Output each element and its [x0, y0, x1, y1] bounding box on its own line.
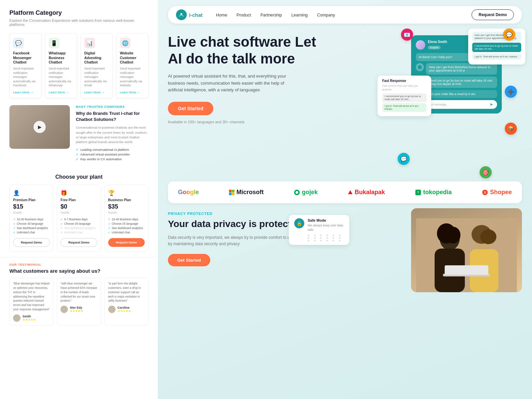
logo-icon [176, 9, 187, 20]
free-icon: 🎁 [60, 190, 97, 196]
platform-card-2[interactable]: 📱 Whatsapp Business Chatbot Send importa… [45, 33, 77, 98]
platform-card-1[interactable]: 💬 Facebook Messenger Chatbot Send import… [9, 33, 42, 98]
free-name: Free Plan [60, 198, 97, 202]
svg-text:T: T [417, 191, 419, 194]
hero-section: Live chat software Let AI do the talk mo… [168, 34, 336, 124]
hero-get-started-btn[interactable]: Get Started [168, 102, 213, 115]
pf-2-4: ✕Unlimited chat [60, 231, 97, 234]
channel-icon-1: 📧 [401, 29, 413, 41]
privacy-label: PRIVACY PROTECTED [168, 212, 302, 216]
right-panel: i-chat Home Product Partnership Learning… [158, 0, 532, 399]
card-4-learn[interactable]: Learn More → [120, 90, 145, 94]
free-price: $0 [60, 203, 97, 210]
platform-section: Platform Category Explore the Conversati… [0, 0, 158, 105]
privacy-get-started-btn[interactable]: Get Started [168, 254, 210, 266]
test-author-1: Smith ★★★★★ [13, 314, 50, 322]
fr-chat-bubbles: I recommend you to go by low or route wi… [382, 93, 427, 112]
trusted-label: MANY TRUSTED COMPANIES [76, 105, 148, 108]
fr-bubble-2: I got it, That will arrive at 9 am, than… [382, 103, 427, 112]
chat-avatar [416, 40, 425, 50]
nav-learning[interactable]: Learning [291, 12, 308, 18]
premium-icon: 👤 [13, 190, 50, 196]
shopee-logo: S Shopee [482, 189, 512, 196]
website-icon: 🌐 [120, 38, 131, 48]
card-3-desc: Send important notification messages aut… [84, 66, 109, 88]
svg-rect-4 [232, 192, 234, 195]
svg-rect-3 [229, 192, 232, 195]
channel-icon-4: 📦 [505, 123, 517, 135]
chat-bubble-2: How can i get from Berkshire horne datas… [426, 63, 497, 75]
fr-bubble-1: I recommend you to go by low or route wi… [382, 93, 427, 102]
google-logo: Google [178, 189, 199, 196]
play-button[interactable]: ▶ [34, 121, 46, 133]
business-icon: 🏆 [108, 190, 145, 196]
digital-icon: 📊 [84, 38, 95, 48]
svg-text:S: S [484, 191, 486, 194]
platform-title: Platform Category [9, 9, 148, 16]
trust-desc: Conversational AI-powered chatbots are t… [76, 125, 148, 144]
test-text-2: "with blue messenger we have achieved 52… [60, 281, 97, 303]
testimonial-cards: "Blue Messenger has helped us optimise y… [9, 278, 148, 325]
privacy-desc: Data security is very important, we alwa… [168, 234, 302, 247]
send-icon[interactable]: ➤ [490, 102, 493, 107]
platform-cards: 💬 Facebook Messenger Chatbot Send import… [9, 33, 148, 98]
test-avatar-1 [13, 314, 20, 322]
nav-partnership[interactable]: Partnership [260, 12, 282, 18]
brands-strip: Google Microsoft gojek Bukalapak T tokop… [168, 181, 522, 203]
free-period: /month [60, 211, 97, 214]
svg-point-0 [180, 13, 182, 15]
bukalapak-logo: Bukalapak [348, 189, 385, 196]
card-2-learn[interactable]: Learn More → [49, 90, 74, 94]
pricing-title: Choose your plant [9, 174, 148, 180]
platform-card-4[interactable]: 🌐 Website Customer Chatbot Send importan… [116, 33, 148, 98]
test-name-3: Caroline [118, 306, 131, 309]
pf-2-2: ✓Choose 30 language [60, 222, 97, 225]
platform-subtitle: Explore the Conversation Experience with… [9, 18, 148, 27]
price-card-free: 🎁 Free Plan $0 /month ✓5-7 Business days… [57, 185, 101, 252]
nav-home[interactable]: Home [216, 12, 227, 18]
gojek-logo: gojek [294, 189, 318, 196]
logo-text: i-chat [189, 12, 203, 18]
nav-company[interactable]: Company [317, 12, 335, 18]
card-3-learn[interactable]: Learn More → [84, 90, 109, 94]
pf-1-4: ✓Unlimited chat [13, 231, 50, 234]
trust-image: ▶ [9, 105, 70, 149]
free-request-btn[interactable]: Request Demo [60, 238, 97, 247]
trust-title: Why do Brands Trust i-chat for Chatbot S… [76, 110, 148, 123]
business-request-btn[interactable]: Request Demo [108, 238, 145, 247]
channel-icon-2: 💬 [503, 29, 515, 41]
chat-mockup-area: Elena Smith English ⋮ Hi there! Can I he… [391, 25, 519, 183]
mini-chat-card: How can i get from Berkshire home datase… [468, 29, 525, 64]
business-period: /month [108, 211, 145, 214]
premium-request-btn[interactable]: Request Demo [13, 238, 50, 247]
chat-header-info: Elena Smith English [428, 40, 447, 50]
safe-mode-title: Safe Mode [308, 218, 344, 222]
privacy-img-bg [411, 208, 522, 292]
pf-1-1: ✓10-30 Business days [13, 218, 50, 221]
card-2-title: Whatsapp Business Chatbot [49, 51, 74, 65]
privacy-image [411, 208, 522, 292]
hero-available-text: Available in 100+ languages and 30+ chan… [168, 120, 336, 124]
test-name-2: Nier Edy [70, 306, 83, 309]
hero-title: Live chat software Let AI do the talk mo… [168, 34, 336, 68]
nav-product[interactable]: Product [236, 12, 251, 18]
test-text-1: "Blue Messenger has helped us optimise y… [13, 281, 50, 311]
platform-card-3[interactable]: 📊 Digital Advesting Chatbot Send importa… [81, 33, 113, 98]
card-1-learn[interactable]: Learn More → [13, 90, 38, 94]
privacy-section: PRIVACY PROTECTED Your data privacy is p… [168, 212, 302, 266]
fast-response-card: Fast Response Fast service that can help… [378, 76, 431, 116]
test-card-2: "with blue messenger we have achieved 52… [57, 278, 101, 325]
safe-mode-desc: We always keep user data safe [308, 223, 344, 232]
microsoft-logo: Microsoft [229, 189, 264, 196]
check-icon-1: ✓ [76, 148, 79, 151]
trust-content: MANY TRUSTED COMPANIES Why do Brands Tru… [70, 105, 148, 162]
safe-mode-card: 🔒 Safe Mode We always keep user data saf… [289, 215, 349, 245]
card-1-title: Facebook Messenger Chatbot [13, 51, 38, 65]
testimonial-section: OUR TESTIMONIAL What customers are sayin… [0, 257, 158, 330]
pf-1-3: ✓See dashboard analytics [13, 226, 50, 230]
nav-request-demo-btn[interactable]: Request Demo [472, 9, 514, 20]
premium-name: Premium Plan [13, 198, 50, 202]
svg-rect-21 [445, 265, 488, 275]
test-avatar-2 [60, 306, 68, 313]
testimonial-title: What customers are saying about us? [9, 268, 148, 274]
